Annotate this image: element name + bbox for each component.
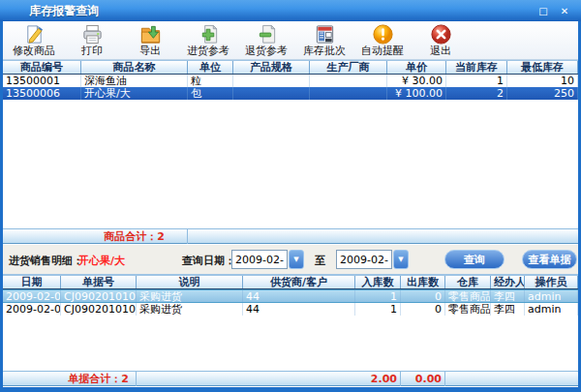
table-row[interactable]: 2009-02-01CJ090201010002采购进货4410零售商品仓李四a…	[3, 289, 578, 303]
table-cell: 开心果/大	[81, 87, 188, 100]
date-from-combo: ▼	[231, 250, 304, 269]
date-from-input[interactable]	[231, 250, 288, 269]
detail-label: 进货销售明细：	[9, 254, 83, 268]
table-cell: 零售商品仓	[445, 290, 491, 302]
column-header[interactable]: 单价	[387, 61, 446, 74]
table-cell	[310, 75, 387, 87]
table-cell: 2	[446, 87, 507, 100]
table-row[interactable]: 13500006开心果/大包¥ 100.002250	[3, 87, 578, 100]
column-header[interactable]: 操作员	[525, 276, 578, 288]
column-header[interactable]: 单据号	[61, 276, 137, 288]
to-label: 至	[315, 254, 325, 268]
purchase-ref-button[interactable]: 进货参考	[179, 22, 237, 59]
chevron-down-icon[interactable]: ▼	[393, 250, 409, 269]
footer-total-label: 商品合计：2	[81, 229, 188, 244]
column-header[interactable]: 供货商/客户	[243, 276, 355, 288]
toolbar: 修改商品 打印 导出	[3, 21, 578, 60]
toolbar-label: 库存批次	[303, 45, 346, 57]
view-document-button[interactable]: 查看单据	[522, 250, 577, 269]
table-cell: 包	[188, 87, 233, 100]
toolbar-label: 打印	[81, 45, 103, 57]
detail-panel: 进货销售明细： 开心果/大 查询日期： ▼ 至 ▼ 查询 查看单据	[3, 244, 578, 275]
table-cell: 2009-02-01	[3, 290, 61, 302]
footer-out-total: 0.00	[401, 372, 445, 386]
stock-batch-icon	[314, 23, 336, 45]
export-button[interactable]: 导出	[121, 22, 179, 59]
auto-remind-icon	[372, 23, 394, 45]
print-button[interactable]: 打印	[63, 22, 121, 59]
auto-remind-button[interactable]: 自动提醒	[353, 22, 412, 59]
table-empty-area	[3, 316, 578, 371]
purchase-ref-icon	[198, 23, 220, 45]
return-ref-icon	[256, 23, 278, 45]
close-button[interactable]: ✕	[558, 4, 571, 17]
table-header-row: 日期单据号说明供货商/客户入库数出库数仓库经办人操作员	[3, 275, 578, 289]
toolbar-label: 导出	[139, 45, 161, 57]
column-header[interactable]: 单位	[188, 61, 233, 74]
print-icon	[81, 23, 104, 45]
column-header[interactable]: 当前库存	[446, 61, 507, 74]
detail-value: 开心果/大	[78, 254, 125, 268]
toolbar-label: 修改商品	[13, 45, 55, 57]
table-cell: 李四	[491, 303, 525, 316]
table-cell: 44	[243, 303, 355, 316]
table-cell: 2009-02-01	[3, 303, 61, 316]
column-header[interactable]: 日期	[3, 276, 61, 288]
table-cell: 0	[401, 303, 445, 316]
table-cell: 13500001	[3, 75, 81, 87]
query-date-label: 查询日期：	[182, 254, 235, 268]
title-bar: 库存报警查询 □ ✕	[0, 0, 581, 21]
column-header[interactable]: 产品规格	[233, 61, 310, 74]
maximize-button[interactable]: □	[536, 4, 550, 17]
return-ref-button[interactable]: 退货参考	[237, 22, 295, 59]
table-cell: 10	[507, 75, 578, 87]
table-cell: 13500006	[3, 87, 81, 100]
table-cell: 粒	[188, 75, 233, 87]
table-cell: 采购进货	[137, 303, 243, 316]
table-cell: admin	[525, 290, 578, 302]
column-header[interactable]: 商品名称	[81, 61, 188, 74]
column-header[interactable]: 生产厂商	[310, 61, 387, 74]
table-footer: 商品合计：2	[3, 228, 578, 244]
column-header[interactable]: 出库数	[401, 276, 445, 288]
product-table: 商品编号商品名称单位产品规格生产厂商单价当前库存最低库存13500001深海鱼油…	[3, 60, 578, 244]
toolbar-label: 进货参考	[187, 45, 229, 57]
column-header[interactable]: 最低库存	[507, 61, 578, 74]
export-icon	[139, 23, 162, 45]
table-cell	[233, 87, 310, 100]
column-header[interactable]: 经办人	[491, 276, 525, 288]
table-cell: 44	[243, 290, 355, 302]
date-to-input[interactable]	[336, 250, 392, 269]
table-cell: 1	[355, 290, 401, 302]
chevron-down-icon[interactable]: ▼	[289, 250, 304, 269]
table-cell	[233, 75, 310, 87]
app-window: 库存报警查询 □ ✕ 修改商品	[0, 0, 581, 392]
exit-icon	[430, 23, 452, 45]
table-cell: 采购进货	[137, 290, 243, 302]
column-header[interactable]: 商品编号	[3, 61, 81, 74]
detail-table: 日期单据号说明供货商/客户入库数出库数仓库经办人操作员2009-02-01CJ0…	[3, 275, 578, 386]
column-header[interactable]: 入库数	[355, 276, 401, 288]
exit-button[interactable]: 退出	[412, 22, 470, 59]
footer-in-total: 2.00	[355, 372, 401, 386]
date-to-combo: ▼	[336, 250, 409, 269]
query-button[interactable]: 查询	[444, 250, 505, 269]
toolbar-label: 退货参考	[245, 45, 288, 57]
table-cell: 1	[355, 303, 401, 316]
toolbar-label: 自动提醒	[361, 45, 404, 57]
column-header[interactable]: 仓库	[445, 276, 491, 288]
table-row[interactable]: 13500001深海鱼油粒¥ 30.00110	[3, 75, 578, 87]
column-header[interactable]: 说明	[137, 276, 243, 288]
table-cell: 深海鱼油	[81, 75, 188, 87]
table-cell: ¥ 30.00	[387, 75, 446, 87]
table-cell: CJ090201010002	[61, 290, 137, 302]
table-cell	[310, 87, 387, 100]
table-cell: admin	[525, 303, 578, 316]
edit-product-icon	[23, 23, 46, 45]
table-cell: ¥ 100.00	[387, 87, 446, 100]
table-row[interactable]: 2009-02-01CJ090201010002采购进货4410零售商品仓李四a…	[3, 303, 578, 316]
edit-product-button[interactable]: 修改商品	[5, 22, 63, 59]
table-cell: CJ090201010002	[61, 303, 137, 316]
table-cell: 250	[507, 87, 578, 100]
stock-batch-button[interactable]: 库存批次	[295, 22, 353, 59]
